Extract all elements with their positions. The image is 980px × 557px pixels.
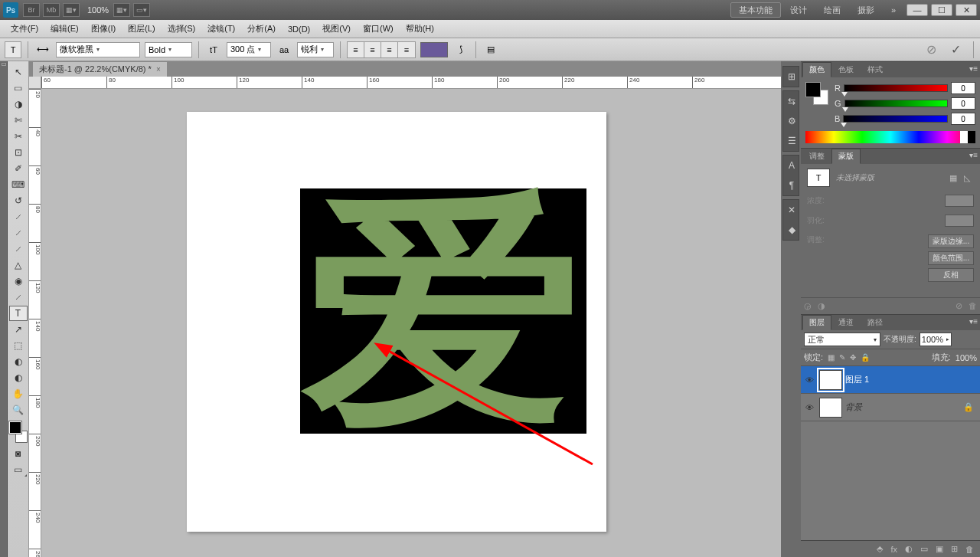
lock-position-icon[interactable]: ✥ [850,353,856,362]
fg-bg-swatches[interactable] [9,421,28,443]
input-r[interactable] [951,82,975,94]
layers-panel-menu-icon[interactable]: ▾≡ [969,317,978,326]
layer-thumbnail[interactable]: T [819,370,842,390]
tab-paths[interactable]: 路径 [861,315,890,330]
tool-quick-select[interactable]: ✄ [9,113,28,128]
adjustment-layer-icon[interactable]: ▭ [920,544,928,554]
tool-eraser[interactable]: ⟋ [9,225,28,241]
menu-analysis[interactable]: 分析(A) [241,21,282,36]
disable-mask-icon[interactable]: ⊘ [956,301,962,311]
canvas-viewport[interactable]: 爱 [41,89,781,557]
strip-swap-icon[interactable]: ⇆ [783,91,800,111]
tool-type[interactable]: T [9,306,28,321]
menu-edit[interactable]: 编辑(E) [44,21,85,36]
load-mask-icon[interactable]: ◶ [804,301,812,311]
tool-move[interactable]: ↖ [9,64,28,80]
layer-name[interactable]: 图层 1 [845,374,869,385]
arrange-docs-button[interactable]: ▦▾ [113,3,130,17]
align-center-button[interactable]: ≡ [364,42,381,57]
align-left-button[interactable]: ≡ [348,42,364,57]
color-range-button[interactable]: 颜色范围... [928,251,974,265]
input-b[interactable] [951,113,975,125]
vertical-ruler[interactable]: 20406080100120140160180200220240260 [29,89,41,557]
view-extras-button[interactable]: ▦▾ [63,3,80,17]
opacity-field[interactable]: 100% [920,333,952,346]
tool-stamp[interactable]: ↺ [9,193,28,208]
zoom-level[interactable]: 100% [87,5,109,15]
tool-crop[interactable]: ✂ [9,129,28,144]
tool-3d-camera[interactable]: ◐ [9,370,28,385]
workspace-photo[interactable]: 摄影 [850,2,882,18]
char-panel-button[interactable]: ▤ [482,41,499,58]
layer-name[interactable]: 背景 [845,401,862,413]
color-panel-menu-icon[interactable]: ▾≡ [969,64,978,73]
new-layer-icon[interactable]: ⊞ [951,544,958,554]
tool-marquee[interactable]: ▭ [9,80,28,96]
tool-eyedropper[interactable]: ⊡ [9,145,28,160]
layer-mask-icon[interactable]: ◐ [905,544,913,554]
layer-fx-icon[interactable]: fx [890,545,897,554]
density-field[interactable] [945,195,974,207]
tool-lasso[interactable]: ◑ [9,97,28,112]
delete-mask-icon[interactable]: 🗑 [969,301,977,311]
font-size-dropdown[interactable]: 300 点 [227,42,271,57]
delete-layer-icon[interactable]: 🗑 [965,545,974,554]
close-tab-button[interactable]: × [156,65,161,74]
layer-row[interactable]: 👁 T 图层 1 [801,366,980,394]
document-tab[interactable]: 未标题-1 @ 22.2%(CMYK/8) * × [32,61,168,77]
tab-channels[interactable]: 通道 [831,315,861,330]
close-button[interactable]: ✕ [956,4,977,16]
pixel-mask-icon[interactable]: ▦ [946,172,960,184]
canvas-page[interactable]: 爱 [187,112,606,532]
strip-character-icon[interactable]: A [783,156,800,175]
visibility-icon[interactable]: 👁 [802,403,816,412]
link-layers-icon[interactable]: ⬘ [877,544,883,554]
font-style-dropdown[interactable]: Bold [145,42,192,57]
menu-file[interactable]: 文件(F) [5,21,44,36]
visibility-icon[interactable]: 👁 [802,375,816,385]
tool-hand[interactable]: ✋ [9,386,28,401]
layer-row[interactable]: 👁 背景 🔒 [801,394,980,421]
mask-edge-button[interactable]: 蒙版边缘... [928,234,974,248]
workspace-painting[interactable]: 绘画 [816,2,848,18]
apply-mask-icon[interactable]: ◑ [818,301,825,311]
slider-b[interactable] [843,115,948,123]
screen-mode-button[interactable]: ▭▾ [133,3,150,17]
align-justify-button[interactable]: ≡ [398,42,415,57]
tab-color[interactable]: 颜色 [802,62,831,77]
lock-transparent-icon[interactable]: ▦ [828,353,835,362]
tool-dodge[interactable]: ◉ [9,274,28,289]
text-color-swatch[interactable] [420,42,448,57]
text-object[interactable]: 爱 [300,188,586,434]
strip-tool-preset-icon[interactable]: ⚙ [783,111,800,131]
tool-zoom[interactable]: 🔍 [9,402,28,418]
workspace-design[interactable]: 设计 [782,2,815,18]
font-family-dropdown[interactable]: 微软雅黑 [56,42,140,57]
menu-select[interactable]: 选择(S) [162,21,202,36]
menu-view[interactable]: 视图(V) [316,21,357,36]
strip-nav-icon[interactable]: ◆ [783,220,800,240]
workspace-more[interactable]: » [884,2,903,18]
workspace-basic[interactable]: 基本功能 [730,2,781,18]
lock-pixels-icon[interactable]: ✎ [839,353,845,362]
menu-layer[interactable]: 图层(L) [122,21,161,36]
minimize-button[interactable]: — [906,4,928,16]
tool-shape[interactable]: ⬚ [9,338,28,353]
quick-mask-button[interactable]: ◙ [9,446,28,461]
strip-history-icon[interactable]: ⊞ [783,67,800,87]
mask-thumbnail[interactable]: T [807,169,830,187]
tool-blur[interactable]: △ [9,257,28,273]
antialias-dropdown[interactable]: 锐利 [297,42,334,57]
strip-clone-icon[interactable]: ✕ [783,200,800,220]
tool-gradient[interactable]: ⟋ [9,241,28,257]
feather-field[interactable] [945,215,974,227]
strip-paragraph-icon[interactable]: ¶ [783,175,800,195]
align-right-button[interactable]: ≡ [381,42,398,57]
cancel-edit-button[interactable]: ⊘ [923,41,939,58]
slider-g[interactable] [844,100,948,107]
tab-masks[interactable]: 蒙版 [831,149,861,164]
vector-mask-icon[interactable]: ◺ [960,172,974,184]
layer-thumbnail[interactable] [819,398,842,418]
commit-edit-button[interactable]: ✓ [947,41,964,58]
maximize-button[interactable]: ☐ [931,4,952,16]
